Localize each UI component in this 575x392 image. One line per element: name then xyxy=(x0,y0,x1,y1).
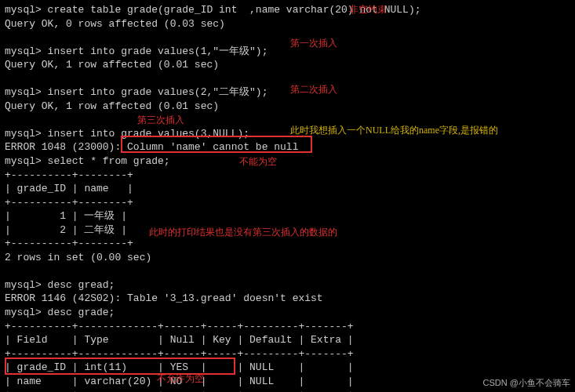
desc-header: | Field | Type | Null | Key | Default | … xyxy=(5,333,570,347)
annotation-no-third-row: 此时的打印结果也是没有第三次插入的数据的 xyxy=(149,226,337,238)
blank xyxy=(5,264,570,278)
table-border: +----------+--------+ xyxy=(5,169,570,183)
annotation-not-allow-empty: 不允许为空 xyxy=(157,372,204,385)
blank xyxy=(5,72,570,86)
table-border: +----------+--------+ xyxy=(5,237,570,251)
query-ok-1: Query OK, 0 rows affected (0.03 sec) xyxy=(5,17,570,31)
table-row: | 1 | 一年级 | xyxy=(5,209,570,223)
table-header: | grade_ID | name | xyxy=(5,182,570,196)
watermark: CSDN @小鱼不会骑车 xyxy=(483,377,570,389)
annotation-insert-3: 第三次插入 xyxy=(137,114,184,126)
sql-insert-2: mysql> insert into grade values(2,"二年级")… xyxy=(5,85,570,100)
annotation-insert-1: 第一次插入 xyxy=(290,37,337,49)
annotation-not-null: 非空约束 xyxy=(349,3,387,16)
query-ok-3: Query OK, 1 row affected (0.01 sec) xyxy=(5,100,570,114)
desc-border: +----------+-------------+------+-----+-… xyxy=(5,388,570,392)
rows-in-set: 2 rows in set (0.00 sec) xyxy=(5,251,570,265)
desc-row: | grade_ID | int(11) | YES | | NULL | | xyxy=(5,361,570,375)
error-1146: ERROR 1146 (42S02): Table '3_13.gread' d… xyxy=(5,292,570,306)
blank xyxy=(5,31,570,45)
annotation-not-empty: 不能为空 xyxy=(239,155,277,168)
sql-select: mysql> select * from grade; xyxy=(5,154,570,169)
error-1048: ERROR 1048 (23000): Column 'name' cannot… xyxy=(5,140,570,154)
sql-insert-1: mysql> insert into grade values(1,"一年级")… xyxy=(5,45,570,59)
table-border: +----------+--------+ xyxy=(5,196,570,210)
query-ok-2: Query OK, 1 row affected (0.01 sec) xyxy=(5,58,570,72)
sql-desc-wrong: mysql> desc gread; xyxy=(5,278,570,292)
desc-border: +----------+-------------+------+-----+-… xyxy=(5,320,570,334)
annotation-insert-2: 第二次插入 xyxy=(290,83,337,96)
sql-desc-grade: mysql> desc grade; xyxy=(5,306,570,320)
sql-create-table: mysql> create table grade(grade_ID int ,… xyxy=(5,3,570,17)
annotation-null-error: 此时我想插入一个NULL给我的name字段,是报错的 xyxy=(290,124,498,136)
desc-border: +----------+-------------+------+-----+-… xyxy=(5,347,570,361)
